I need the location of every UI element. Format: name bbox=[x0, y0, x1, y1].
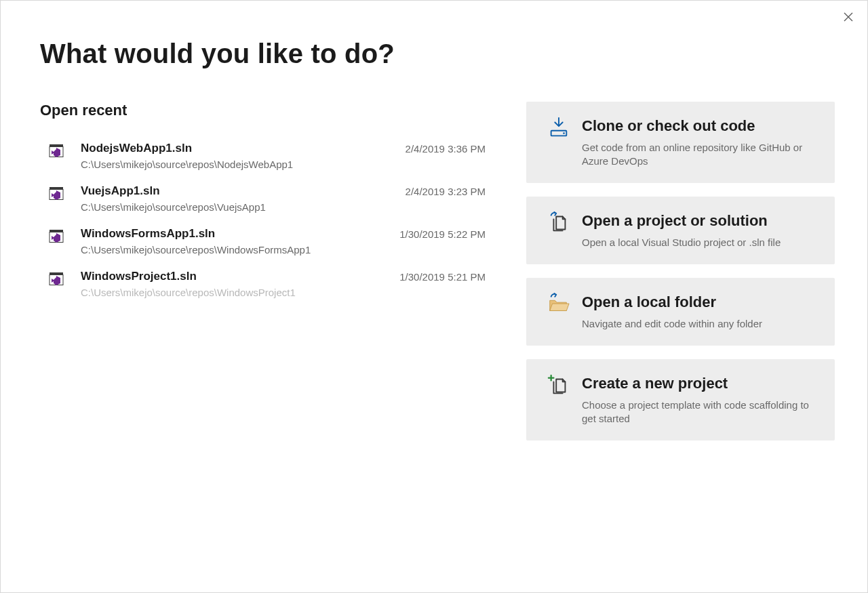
card-desc: Choose a project template with code scaf… bbox=[582, 398, 820, 426]
svg-point-9 bbox=[563, 132, 565, 134]
recent-item-name: NodejsWebApp1.sln bbox=[81, 141, 400, 156]
open-recent-heading: Open recent bbox=[40, 102, 492, 119]
sln-file-icon bbox=[48, 228, 75, 244]
recent-item-name: VuejsApp1.sln bbox=[81, 184, 400, 199]
recent-item-path: C:\Users\mikejo\source\repos\VuejsApp1 bbox=[81, 201, 486, 213]
card-desc: Open a local Visual Studio project or .s… bbox=[582, 236, 820, 249]
recent-item-path: C:\Users\mikejo\source\repos\WindowsProj… bbox=[81, 287, 486, 298]
open-folder-icon bbox=[538, 293, 579, 331]
open-project-button[interactable]: Open a project or solution Open a local … bbox=[526, 197, 835, 264]
sln-file-icon bbox=[48, 270, 75, 287]
card-title: Open a project or solution bbox=[582, 211, 820, 230]
start-window: What would you like to do? Open recent N… bbox=[0, 0, 868, 593]
sln-file-icon bbox=[48, 142, 75, 159]
open-recent-section: Open recent NodejsWebApp1.sln 2/4/2019 3… bbox=[40, 102, 492, 305]
recent-item-date: 2/4/2019 3:36 PM bbox=[406, 143, 486, 155]
svg-rect-2 bbox=[50, 187, 63, 190]
page-title: What would you like to do? bbox=[40, 39, 835, 69]
open-folder-button[interactable]: Open a local folder Navigate and edit co… bbox=[526, 278, 835, 346]
recent-list: NodejsWebApp1.sln 2/4/2019 3:36 PM C:\Us… bbox=[40, 134, 492, 305]
card-desc: Get code from an online repository like … bbox=[582, 141, 820, 168]
recent-item-name: WindowsFormsApp1.sln bbox=[81, 226, 394, 241]
recent-item[interactable]: VuejsApp1.sln 2/4/2019 3:23 PM C:\Users\… bbox=[40, 177, 492, 220]
recent-item-date: 1/30/2019 5:22 PM bbox=[399, 228, 486, 240]
new-project-icon bbox=[538, 374, 579, 426]
recent-item-name: WindowsProject1.sln bbox=[81, 269, 394, 284]
sln-file-icon bbox=[48, 185, 75, 201]
get-started-actions: Clone or check out code Get code from an… bbox=[526, 102, 835, 441]
clone-icon bbox=[538, 117, 579, 168]
svg-rect-6 bbox=[50, 272, 63, 275]
recent-item[interactable]: NodejsWebApp1.sln 2/4/2019 3:36 PM C:\Us… bbox=[40, 134, 492, 177]
recent-item-date: 2/4/2019 3:23 PM bbox=[406, 186, 486, 197]
recent-item-path: C:\Users\mikejo\source\repos\NodejsWebAp… bbox=[81, 159, 486, 170]
columns: Open recent NodejsWebApp1.sln 2/4/2019 3… bbox=[40, 102, 835, 565]
create-new-project-button[interactable]: Create a new project Choose a project te… bbox=[526, 359, 835, 441]
card-title: Open a local folder bbox=[582, 293, 820, 312]
card-title: Create a new project bbox=[582, 374, 820, 393]
card-desc: Navigate and edit code within any folder bbox=[582, 317, 820, 331]
open-project-icon bbox=[538, 211, 579, 249]
recent-item-path: C:\Users\mikejo\source\repos\WindowsForm… bbox=[81, 244, 486, 255]
recent-item[interactable]: WindowsProject1.sln 1/30/2019 5:21 PM C:… bbox=[40, 262, 492, 305]
clone-code-button[interactable]: Clone or check out code Get code from an… bbox=[526, 102, 835, 183]
recent-item-date: 1/30/2019 5:21 PM bbox=[399, 271, 486, 283]
svg-rect-0 bbox=[50, 144, 63, 147]
svg-rect-4 bbox=[50, 230, 63, 232]
close-icon[interactable] bbox=[840, 9, 856, 25]
card-title: Clone or check out code bbox=[582, 117, 820, 136]
recent-item[interactable]: WindowsFormsApp1.sln 1/30/2019 5:22 PM C… bbox=[40, 220, 492, 262]
